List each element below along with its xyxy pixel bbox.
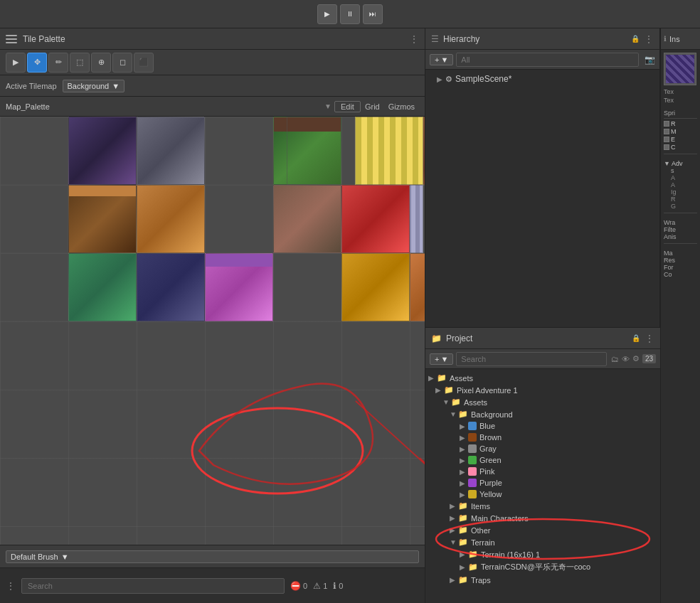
tilemap-dropdown[interactable]: Background ▼ (63, 80, 125, 92)
tree-item-yellow[interactable]: ▶ Yellow (425, 489, 660, 500)
pick-tool-button[interactable]: ⊕ (91, 53, 111, 73)
tile-cell[interactable] (137, 253, 205, 321)
project-title: Project (446, 333, 632, 343)
hierarchy-content: ▶ ⚙ SampleScene* (425, 70, 659, 327)
project-panel: 📁 Project 🔒 ⋮ + ▼ 🗂 👁 ⚙ 23 ▶ 📁 (425, 327, 660, 603)
brush-dropdown[interactable]: Default Brush ▼ (6, 550, 419, 563)
project-tree: ▶ 📁 Assets ▶ 📁 Pixel Adventure 1 ▼ 📁 Ass… (425, 369, 660, 603)
project-add-button[interactable]: + ▼ (430, 353, 453, 365)
view-icon[interactable]: 🗂 (611, 355, 619, 363)
tree-item-brown[interactable]: ▶ Brown (425, 432, 660, 443)
warning-badge: ⚠ 1 (313, 581, 327, 591)
co-label: Co (664, 271, 697, 278)
tree-item-traps[interactable]: ▶ 📁 Traps (425, 574, 660, 586)
tile-cell[interactable] (341, 253, 410, 321)
ma-label: Ma (664, 250, 697, 257)
step-button[interactable]: ⏭ (363, 4, 383, 24)
tree-item-items[interactable]: ▶ 📁 Items (425, 500, 660, 512)
hierarchy-add-button[interactable]: + ▼ (430, 54, 453, 65)
tile-cell (0, 185, 68, 253)
tree-item-background[interactable]: ▼ 📁 Background (425, 408, 660, 420)
badge-count: 23 (642, 354, 656, 363)
brown-color-dot (468, 433, 477, 442)
info-icon: ℹ (333, 581, 336, 591)
erase-tool-button[interactable]: ◻ (112, 53, 132, 73)
for-label: For (664, 264, 697, 271)
play-button[interactable]: ▶ (317, 4, 337, 24)
mini-toggle-e[interactable] (664, 137, 669, 142)
tree-item-blue[interactable]: ▶ Blue (425, 420, 660, 432)
pink-color-dot (468, 467, 477, 476)
mini-toggle-r[interactable] (664, 121, 669, 127)
tile-palette-toolbar: ▶ ✥ ✏ ⬚ ⊕ ◻ ⬛ (0, 50, 425, 75)
project-menu-icon[interactable]: ⋮ (645, 333, 654, 344)
tree-item-terrain-16[interactable]: ▶ 📁 Terrain (16x16) 1 (425, 548, 660, 560)
project-search-input[interactable] (456, 352, 607, 366)
tile-cell (205, 117, 273, 185)
tile-cell[interactable] (273, 185, 341, 253)
tile-row-1b (287, 117, 423, 185)
tree-item-pixel-adventure[interactable]: ▶ 📁 Pixel Adventure 1 (425, 384, 660, 396)
settings-icon-project[interactable]: ⚙ (632, 354, 640, 363)
pause-button[interactable]: ⏸ (340, 4, 360, 24)
tile-palette-menu[interactable]: ⋮ (409, 33, 419, 45)
tile-cell[interactable] (341, 185, 410, 253)
hierarchy-lock-icon[interactable]: 🔒 (631, 35, 640, 43)
tile-cell[interactable] (68, 185, 137, 253)
inspector-section-sprite: Spri R M E C (664, 110, 697, 151)
info-badge: ℹ 0 (333, 581, 343, 591)
adv-collapse-arrow[interactable]: ▼ (664, 160, 670, 167)
adv-g-label: G (671, 203, 697, 210)
tree-item-terrain[interactable]: ▼ 📁 Terrain (425, 536, 660, 548)
hierarchy-item-scene[interactable]: ▶ ⚙ SampleScene* (425, 73, 659, 85)
tile-cell[interactable] (205, 253, 273, 321)
tile-palette-header: Tile Palette ⋮ (0, 28, 425, 50)
info-icon-inspector: ℹ (664, 35, 667, 43)
mini-toggle-c[interactable] (664, 144, 669, 150)
console-search-input[interactable] (21, 578, 285, 594)
tree-item-gray[interactable]: ▶ Gray (425, 443, 660, 454)
active-tilemap-label: Active Tilemap (6, 82, 57, 90)
hierarchy-search-input[interactable] (456, 53, 639, 67)
tile-cell[interactable] (68, 117, 137, 185)
console-menu-icon[interactable]: ⋮ (6, 580, 16, 592)
tile-palette-panel: Tile Palette ⋮ ▶ ✥ ✏ ⬚ ⊕ ◻ ⬛ Active Tile… (0, 28, 425, 603)
palette-name: Map_Palette (6, 102, 324, 111)
adv-a2-label: A (671, 181, 697, 188)
project-lock-icon[interactable]: 🔒 (632, 334, 640, 342)
middle-column: ☰ Hierarchy 🔒 ⋮ + ▼ 📷 ▶ ⚙ SampleScene* (425, 28, 660, 603)
tree-item-main-characters[interactable]: ▶ 📁 Main Characters (425, 512, 660, 524)
palette-bottom: Default Brush ▼ (0, 545, 425, 567)
paint-tool-button[interactable]: ✏ (48, 53, 68, 73)
warning-icon: ⚠ (313, 581, 321, 591)
tree-item-assets[interactable]: ▶ 📁 Assets (425, 372, 660, 384)
tile-cell[interactable] (355, 117, 423, 185)
fill-tool-button[interactable]: ⬛ (134, 53, 154, 73)
tree-item-terrain-csdn[interactable]: ▶ 📁 TerrainCSDN@平乐无奇一coco (425, 560, 660, 574)
tile-cell[interactable] (137, 117, 205, 185)
mini-toggle-m[interactable] (664, 129, 669, 134)
tile-cell[interactable] (68, 253, 137, 321)
select-tool-button[interactable]: ▶ (6, 53, 26, 73)
top-bar: ▶ ⏸ ⏭ (0, 0, 700, 28)
screenshot-icon[interactable]: 📷 (645, 55, 655, 65)
tile-grid-area[interactable] (0, 117, 425, 545)
inspector-panel: ℹ Ins Tex Tex Spri R M (660, 28, 700, 603)
tree-item-pink[interactable]: ▶ Pink (425, 466, 660, 477)
box-tool-button[interactable]: ⬚ (70, 53, 90, 73)
project-header: 📁 Project 🔒 ⋮ (425, 328, 660, 349)
tile-cell[interactable] (137, 185, 205, 253)
tree-item-green[interactable]: ▶ Green (425, 454, 660, 466)
gizmos-button[interactable]: Gizmos (384, 102, 419, 112)
hierarchy-menu-icon[interactable]: ⋮ (644, 33, 654, 45)
hamburger-menu-icon[interactable] (6, 35, 17, 43)
edit-button[interactable]: Edit (334, 101, 361, 112)
error-badge: ⛔ 0 (290, 581, 307, 591)
grid-button[interactable]: Grid (361, 102, 384, 112)
tree-item-other[interactable]: ▶ 📁 Other (425, 524, 660, 536)
tree-item-purple[interactable]: ▶ Purple (425, 477, 660, 489)
eye-icon[interactable]: 👁 (622, 355, 630, 363)
tile-cell[interactable] (410, 253, 425, 321)
tree-item-assets2[interactable]: ▼ 📁 Assets (425, 396, 660, 408)
move-tool-button[interactable]: ✥ (27, 53, 47, 73)
